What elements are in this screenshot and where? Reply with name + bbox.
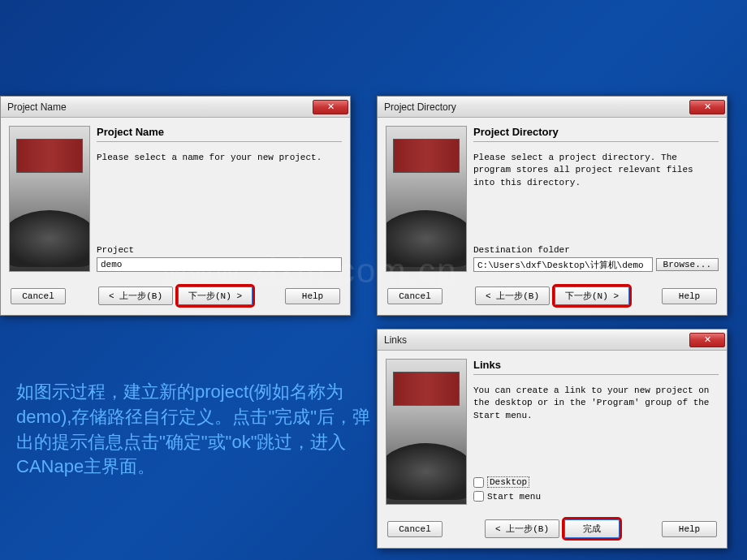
dialog-body: Links You can create a link to your new … bbox=[378, 351, 727, 513]
window-title: Links bbox=[384, 334, 407, 346]
destination-label: Destination folder bbox=[473, 245, 719, 255]
cancel-button[interactable]: Cancel bbox=[387, 521, 443, 537]
wizard-content: Links You can create a link to your new … bbox=[473, 359, 719, 505]
close-button[interactable]: ✕ bbox=[689, 100, 725, 114]
project-directory-dialog: Project Directory ✕ Project Directory Pl… bbox=[377, 96, 728, 316]
finish-button[interactable]: 完成 bbox=[564, 519, 620, 538]
back-button[interactable]: < 上一步(B) bbox=[98, 286, 173, 305]
close-button[interactable]: ✕ bbox=[689, 333, 725, 347]
back-button[interactable]: < 上一步(B) bbox=[485, 519, 559, 538]
button-row: Cancel < 上一步(B) 完成 Help bbox=[378, 513, 727, 548]
window-title: Project Directory bbox=[384, 101, 456, 113]
help-button[interactable]: Help bbox=[662, 521, 717, 537]
destination-folder-input[interactable] bbox=[473, 257, 653, 272]
wizard-banner-image bbox=[386, 126, 467, 272]
next-button[interactable]: 下一步(N) > bbox=[178, 286, 253, 305]
wizard-banner-image bbox=[9, 126, 90, 272]
wizard-heading: Project Directory bbox=[473, 126, 719, 142]
next-button[interactable]: 下一步(N) > bbox=[555, 286, 629, 305]
titlebar: Links ✕ bbox=[378, 330, 727, 351]
desktop-checkbox-row: Desktop bbox=[473, 476, 719, 488]
destination-row: Browse... bbox=[473, 257, 719, 272]
close-button[interactable]: ✕ bbox=[313, 100, 348, 114]
window-title: Project Name bbox=[7, 101, 67, 113]
wizard-description: You can create a link to your new projec… bbox=[473, 385, 719, 422]
startmenu-checkbox-label: Start menu bbox=[487, 492, 541, 502]
wizard-heading: Project Name bbox=[97, 126, 342, 142]
startmenu-checkbox-row: Start menu bbox=[473, 491, 719, 502]
wizard-content: Project Directory Please select a projec… bbox=[473, 126, 719, 272]
instruction-text: 如图示过程，建立新的project(例如名称为demo),存储路径自行定义。点击… bbox=[16, 380, 374, 480]
cancel-button[interactable]: Cancel bbox=[387, 288, 443, 304]
desktop-checkbox-label: Desktop bbox=[487, 476, 529, 488]
browse-button[interactable]: Browse... bbox=[656, 258, 719, 271]
project-name-input[interactable] bbox=[97, 257, 342, 272]
dialog-body: Project Name Please select a name for yo… bbox=[1, 118, 350, 280]
titlebar: Project Directory ✕ bbox=[378, 97, 727, 118]
titlebar: Project Name ✕ bbox=[1, 97, 350, 118]
dialog-body: Project Directory Please select a projec… bbox=[378, 118, 727, 280]
back-button[interactable]: < 上一步(B) bbox=[475, 286, 550, 305]
wizard-content: Project Name Please select a name for yo… bbox=[97, 126, 342, 272]
project-name-dialog: Project Name ✕ Project Name Please selec… bbox=[0, 96, 351, 316]
wizard-description: Please select a project directory. The p… bbox=[473, 152, 719, 189]
project-field-label: Project bbox=[97, 245, 342, 255]
wizard-description: Please select a name for your new projec… bbox=[97, 152, 342, 164]
button-row: Cancel < 上一步(B) 下一步(N) > Help bbox=[1, 280, 350, 315]
button-row: Cancel < 上一步(B) 下一步(N) > Help bbox=[378, 280, 727, 315]
wizard-banner-image bbox=[386, 359, 467, 505]
cancel-button[interactable]: Cancel bbox=[11, 288, 66, 304]
wizard-heading: Links bbox=[473, 359, 719, 375]
links-dialog: Links ✕ Links You can create a link to y… bbox=[377, 329, 728, 549]
help-button[interactable]: Help bbox=[285, 288, 340, 304]
startmenu-checkbox[interactable] bbox=[473, 491, 484, 502]
help-button[interactable]: Help bbox=[662, 288, 717, 304]
desktop-checkbox[interactable] bbox=[473, 477, 484, 488]
